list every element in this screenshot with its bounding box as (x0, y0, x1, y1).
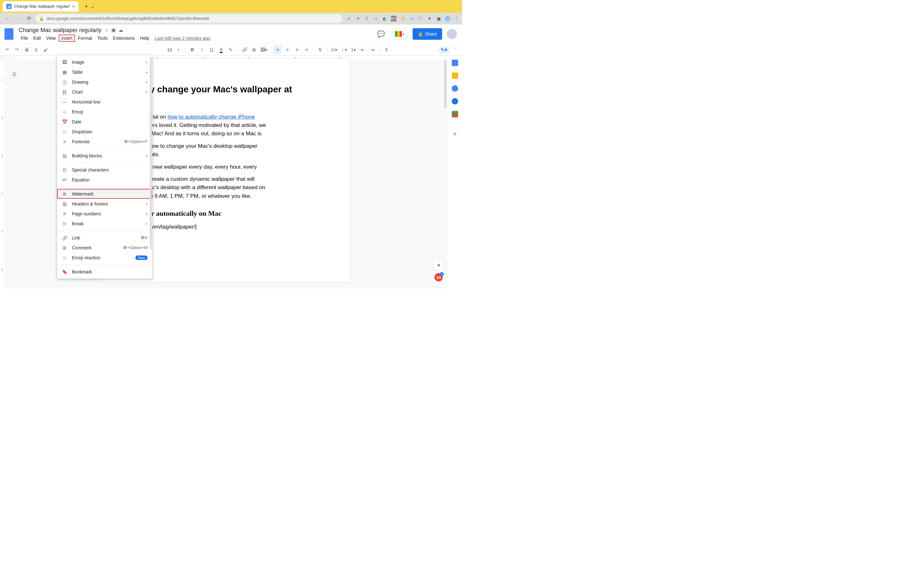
last-edit-link[interactable]: Last edit was 2 minutes ago (155, 35, 210, 41)
link-iphone[interactable]: how to automatically change iPhone (168, 114, 255, 120)
align-right-button[interactable]: ≡ (292, 45, 301, 54)
notification-badge[interactable]: 14+ (434, 272, 443, 282)
insert-comment-button[interactable]: ⊞ (250, 45, 258, 54)
menu-format[interactable]: Format (76, 35, 94, 41)
menu-item-emoji-reaction[interactable]: ☺Emoji reactionNew (57, 253, 152, 263)
menu-scrollbar[interactable] (150, 57, 152, 275)
grammarly-icon[interactable]: ◐ (382, 16, 388, 21)
increase-indent-button[interactable]: ⇥ (368, 45, 376, 54)
menu-item-bookmark[interactable]: 🔖Bookmark (57, 267, 152, 277)
account-avatar[interactable] (447, 29, 457, 39)
comment-history-icon[interactable]: 💬 (375, 28, 387, 40)
editing-mode-button[interactable]: ✎▾ (439, 46, 449, 53)
menu-item-equation[interactable]: π²Equation (57, 175, 152, 185)
star-icon[interactable]: ☆ (105, 27, 109, 33)
font-size-plus[interactable]: + (174, 45, 183, 54)
new-tab-button[interactable]: + (82, 2, 91, 11)
menu-item-special-characters[interactable]: ΩSpecial characters (57, 165, 152, 175)
doc-paragraph[interactable]: nloadblog.com/tag/wallpaper/] (124, 223, 325, 231)
menu-help[interactable]: Help (137, 35, 152, 41)
line-spacing-button[interactable]: ⇅ (316, 45, 325, 54)
print-button[interactable]: 🖶 (23, 45, 31, 54)
menu-item-table[interactable]: ▦Table▸ (57, 67, 152, 77)
document-title[interactable]: Change Mac wallpaper regularly (19, 27, 102, 34)
translate-icon[interactable]: ⤶ (346, 16, 352, 21)
menu-item-horizontal-line[interactable]: —Horizontal line (57, 97, 152, 107)
menu-item-chart[interactable]: ䷁Chart▸ (57, 87, 152, 97)
undo-button[interactable]: ↶ (3, 45, 11, 54)
menu-item-date[interactable]: 📅Date (57, 117, 152, 127)
doc-paragraph[interactable]: it to have a new wallpaper every day, ev… (124, 163, 325, 171)
share-icon[interactable]: ⇪ (364, 16, 370, 21)
menu-extensions[interactable]: Extensions (111, 35, 137, 41)
close-tab-icon[interactable]: × (72, 4, 75, 9)
checklist-button[interactable]: ☑▾ (330, 45, 338, 54)
bookmark-star-icon[interactable]: ☆ (373, 16, 379, 21)
menu-item-footnote[interactable]: ≡Footnote⌘+Option+F (57, 137, 152, 147)
menu-file[interactable]: File (19, 35, 31, 41)
menu-item-page-numbers[interactable]: #Page numbers▸ (57, 209, 152, 219)
text-color-button[interactable]: A (217, 45, 225, 54)
spellcheck-button[interactable]: A̱ (32, 45, 40, 54)
menu-item-image[interactable]: 🖼Image▸ (57, 57, 152, 67)
browser-tab-active[interactable]: ▤ Change Mac wallpaper regularl × (3, 1, 79, 11)
vertical-scrollbar[interactable] (444, 60, 447, 285)
highlight-button[interactable]: ✎ (226, 45, 235, 54)
menu-edit[interactable]: Edit (31, 35, 43, 41)
tabs-dropdown-icon[interactable]: ⌄ (91, 4, 95, 9)
doc-heading-2[interactable]: wallpaper automatically on Mac (124, 208, 325, 219)
open-external-icon[interactable]: ↗ (355, 16, 360, 21)
menu-item-emoji[interactable]: ☺Emoji (57, 107, 152, 117)
redo-button[interactable]: ↷ (13, 45, 21, 54)
menu-item-building-blocks[interactable]: ▤Building blocks▸ (57, 151, 152, 161)
side-panel-icon[interactable]: ▣ (436, 16, 441, 21)
doc-paragraph[interactable]: shed a tutorial on how to automatically … (124, 113, 325, 138)
menu-item-watermark[interactable]: 🗎Watermark (57, 189, 152, 199)
menu-item-drawing[interactable]: ◫Drawing▸ (57, 77, 152, 87)
numbered-list-button[interactable]: 1▾ (349, 45, 357, 54)
decrease-indent-button[interactable]: ⇤ (359, 45, 367, 54)
underline-button[interactable]: U (207, 45, 216, 54)
align-justify-button[interactable]: ≡ (302, 45, 310, 54)
tasks-app-icon[interactable] (452, 85, 458, 92)
explore-button[interactable]: ✦ (433, 259, 444, 271)
menu-view[interactable]: View (44, 35, 58, 41)
meet-button[interactable]: ▾ (391, 28, 408, 40)
maps-app-icon[interactable] (452, 111, 458, 117)
doc-paragraph[interactable]: show you how to change your Mac's deskto… (124, 142, 325, 159)
menu-tools[interactable]: Tools (95, 35, 110, 41)
share-button[interactable]: 🔒Share (413, 28, 442, 40)
extension-icon-1[interactable]: ◔ (400, 16, 405, 21)
hide-menus-button[interactable]: ˆ (451, 45, 459, 54)
adblock-icon[interactable]: 🛡 (418, 16, 423, 21)
chrome-profile-avatar[interactable] (445, 16, 451, 21)
extension-icon-2[interactable]: ▭ (409, 16, 415, 21)
menu-item-headers-footers[interactable]: ▥Headers & footers▸ (57, 199, 152, 209)
menu-item-link[interactable]: 🔗Link⌘K (57, 233, 152, 243)
insert-link-button[interactable]: 🔗 (240, 45, 249, 54)
italic-button[interactable]: I (198, 45, 206, 54)
url-input[interactable]: 🔒 docs.google.com/document/d/1eRsm38zbqK… (35, 14, 342, 23)
menu-insert[interactable]: Insert (59, 35, 75, 42)
doc-heading-1[interactable]: atically change your Mac's wallpaper ata… (124, 84, 325, 107)
bulleted-list-button[interactable]: ⋮▾ (339, 45, 348, 54)
clear-formatting-button[interactable]: T̶ (382, 45, 391, 54)
align-left-button[interactable]: ≡ (273, 45, 282, 54)
keep-app-icon[interactable] (452, 73, 458, 79)
add-app-button[interactable]: + (453, 131, 457, 138)
reload-button[interactable]: ⟳ (24, 14, 33, 23)
insert-image-button[interactable]: 🖼▾ (260, 45, 268, 54)
align-center-button[interactable]: ≡ (283, 45, 291, 54)
menu-item-dropdown[interactable]: ⬭Dropdown (57, 127, 152, 137)
document-outline-button[interactable]: ☰ (10, 70, 19, 79)
font-size-value[interactable]: 13 (166, 47, 173, 52)
bold-button[interactable]: B (188, 45, 196, 54)
doc-paragraph[interactable]: ou how to create a custom dynamic wallpa… (124, 175, 325, 200)
calendar-app-icon[interactable] (452, 60, 458, 66)
move-folder-icon[interactable]: ▣ (111, 27, 116, 33)
menu-item-break[interactable]: ⎘Break▸ (57, 219, 152, 229)
back-button[interactable]: ← (3, 14, 11, 23)
extensions-puzzle-icon[interactable]: ✦ (427, 16, 433, 21)
paint-format-button[interactable]: 🖌 (42, 45, 50, 54)
contacts-app-icon[interactable] (452, 98, 458, 105)
